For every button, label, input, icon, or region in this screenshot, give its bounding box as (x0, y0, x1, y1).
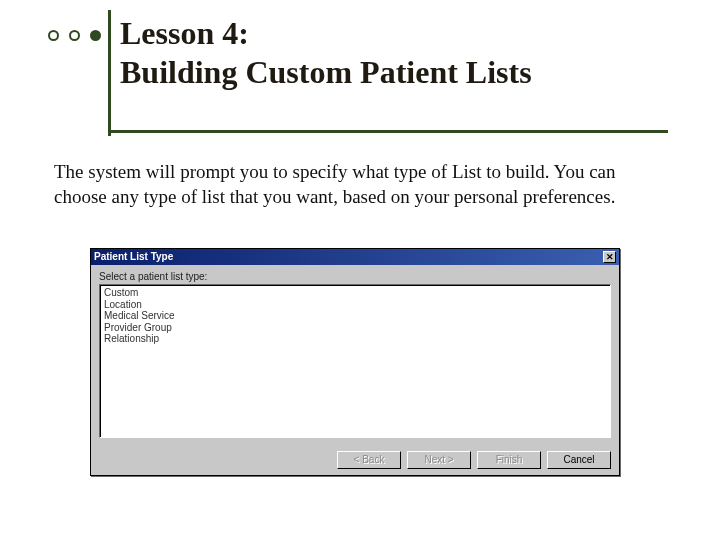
bullet-icon (48, 30, 59, 41)
dialog-button-row: < Back Next > Finish Cancel (337, 451, 611, 469)
list-item[interactable]: Medical Service (104, 310, 606, 322)
list-item[interactable]: Provider Group (104, 322, 606, 334)
back-button[interactable]: < Back (337, 451, 401, 469)
dialog-body: Select a patient list type: Custom Locat… (91, 265, 619, 475)
cancel-button[interactable]: Cancel (547, 451, 611, 469)
title-line-2: Building Custom Patient Lists (120, 52, 680, 92)
decorative-bullets (48, 30, 101, 41)
next-button[interactable]: Next > (407, 451, 471, 469)
dialog-patient-list-type: Patient List Type ✕ Select a patient lis… (90, 248, 620, 476)
dialog-prompt: Select a patient list type: (99, 271, 611, 282)
bullet-icon (90, 30, 101, 41)
close-button[interactable]: ✕ (603, 251, 616, 263)
finish-button[interactable]: Finish (477, 451, 541, 469)
list-item[interactable]: Relationship (104, 333, 606, 345)
divider-vertical (108, 10, 111, 136)
dialog-titlebar: Patient List Type ✕ (91, 249, 619, 265)
list-item[interactable]: Location (104, 299, 606, 311)
list-type-listbox[interactable]: Custom Location Medical Service Provider… (99, 284, 611, 438)
title-block: Lesson 4: Building Custom Patient Lists (120, 14, 680, 92)
slide: Lesson 4: Building Custom Patient Lists … (0, 0, 720, 540)
divider-horizontal (108, 130, 668, 133)
title-line-1: Lesson 4: (120, 14, 680, 52)
dialog-title-text: Patient List Type (94, 249, 173, 265)
bullet-icon (69, 30, 80, 41)
body-text: The system will prompt you to specify wh… (54, 160, 666, 209)
list-item[interactable]: Custom (104, 287, 606, 299)
